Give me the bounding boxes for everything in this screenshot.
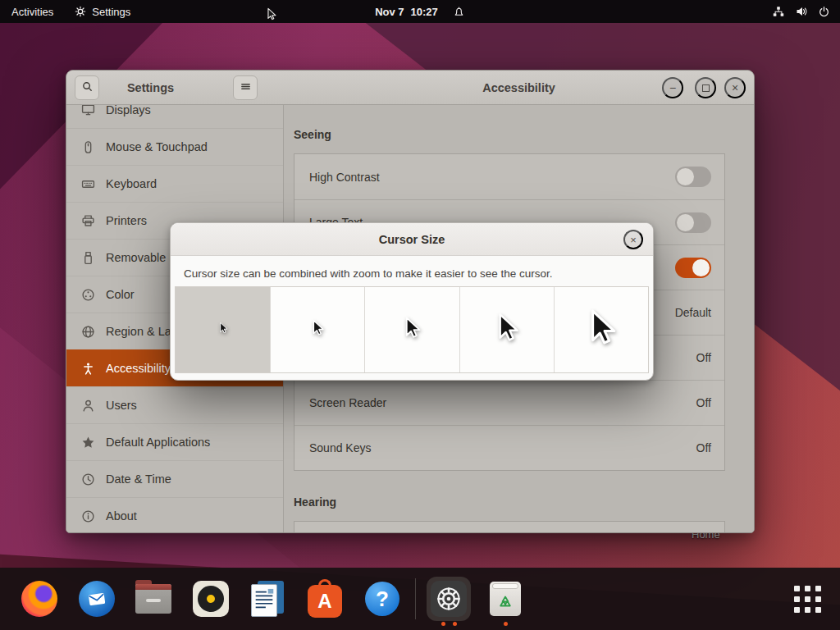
headerbar: Settings Accessibility − ×: [66, 71, 754, 105]
dialog-close-button[interactable]: ×: [623, 230, 643, 249]
dock-thunderbird-button[interactable]: [77, 579, 116, 619]
volume-icon: [795, 5, 808, 18]
cursor-size-1-option[interactable]: [176, 287, 270, 372]
row-value: Off: [696, 396, 711, 409]
cursor-arrow-icon: [581, 308, 622, 352]
toggle-switch[interactable]: [675, 167, 711, 187]
running-indicator-dot: [441, 622, 445, 626]
dock: A?: [0, 568, 840, 630]
cursor-size-3-option[interactable]: [364, 287, 459, 372]
app-grid-icon: [794, 586, 821, 613]
headerbar-left: Settings: [66, 71, 284, 105]
sidebar-item-label: Default Applications: [106, 436, 210, 449]
cursor-arrow-icon: [399, 316, 424, 344]
sidebar-item-label: Printers: [106, 214, 147, 227]
accessibility-icon: [80, 361, 95, 376]
dock-app-grid-button[interactable]: [788, 579, 827, 619]
sidebar-item-label: Mouse & Touchpad: [106, 140, 208, 153]
dock-firefox-button[interactable]: [20, 579, 59, 619]
toggle-knob: [692, 259, 710, 276]
cursor-arrow-icon: [491, 312, 523, 348]
rhythmbox-icon: [193, 581, 229, 617]
sidebar-item-label: Keyboard: [106, 177, 157, 190]
clock-icon: [80, 472, 95, 486]
cursor-size-dialog: Cursor Size × Cursor size can be combine…: [170, 222, 654, 381]
dock-trash-button[interactable]: [486, 579, 525, 619]
cursor-arrow-icon: [308, 319, 326, 340]
top-bar: Activities Settings Nov 7 10:27: [0, 0, 840, 23]
gear-icon: [75, 6, 86, 17]
cursor-arrow-icon: [217, 322, 230, 338]
sidebar-item-label: Date & Time: [106, 472, 171, 486]
files-icon: [135, 584, 171, 614]
info-icon: [80, 509, 95, 523]
minimize-button[interactable]: −: [662, 77, 683, 98]
hamburger-menu-button[interactable]: [233, 75, 258, 100]
sidebar-item-label: Displays: [106, 105, 151, 116]
settings-icon: [431, 581, 467, 617]
printer-icon: [80, 213, 95, 228]
star-icon: [80, 435, 95, 450]
ubuntu-software-icon: A: [308, 585, 342, 618]
settings-row-screen-reader[interactable]: Screen ReaderOff: [294, 380, 724, 425]
cursor-size-5-option[interactable]: [554, 287, 648, 372]
sidebar-item-label: Users: [106, 399, 137, 412]
dock-settings-button[interactable]: [429, 579, 468, 619]
color-icon: [80, 287, 95, 302]
settings-group-card: [294, 521, 725, 532]
app-title: Settings: [66, 71, 235, 105]
clock-button[interactable]: Nov 7 10:27: [375, 6, 465, 18]
settings-row-high-contrast[interactable]: High Contrast: [294, 154, 724, 199]
dock-separator: [415, 578, 416, 619]
app-menu-label: Settings: [92, 6, 130, 18]
sidebar-item-about[interactable]: About: [66, 497, 283, 532]
dock-files-button[interactable]: [134, 579, 173, 619]
dock-ubuntu-software-button[interactable]: A: [305, 579, 345, 619]
row-label: High Contrast: [309, 171, 380, 184]
close-button[interactable]: ×: [724, 77, 746, 98]
row-value: Default: [675, 306, 711, 319]
app-menu-button[interactable]: Settings: [75, 6, 130, 18]
sidebar-item-label: About: [106, 509, 137, 523]
activities-button[interactable]: Activities: [11, 6, 53, 18]
page-title: Accessibility: [284, 71, 754, 105]
toggle-switch[interactable]: [675, 212, 711, 233]
bell-icon: [453, 6, 465, 18]
toggle-knob: [677, 214, 694, 231]
dialog-title: Cursor Size: [379, 233, 445, 246]
dialog-header: Cursor Size ×: [171, 223, 653, 256]
time-label: 10:27: [411, 6, 438, 18]
running-indicator-dot: [453, 622, 457, 626]
network-icon: [772, 5, 785, 18]
sidebar-item-date-time[interactable]: Date & Time: [66, 460, 283, 497]
maximize-button[interactable]: [695, 77, 716, 98]
settings-row-sound-keys[interactable]: Sound KeysOff: [294, 425, 724, 470]
keyboard-icon: [80, 176, 95, 191]
dock-help-button[interactable]: ?: [363, 579, 402, 619]
row-label: Screen Reader: [309, 396, 386, 409]
sidebar-item-users[interactable]: Users: [66, 386, 283, 423]
section-title: Seeing: [294, 128, 725, 144]
removable-icon: [80, 250, 95, 265]
cursor-size-4-option[interactable]: [459, 287, 554, 372]
sidebar-item-displays[interactable]: Displays: [66, 105, 283, 128]
trash-icon: [490, 582, 521, 616]
sidebar-item-label: Color: [106, 288, 135, 301]
sidebar-item-mouse-touchpad[interactable]: Mouse & Touchpad: [66, 128, 283, 165]
date-label: Nov 7: [375, 6, 404, 18]
toggle-knob: [677, 168, 694, 185]
sidebar-item-default-applications[interactable]: Default Applications: [66, 423, 283, 460]
sidebar-item-label: Accessibility: [106, 362, 171, 375]
cursor-size-2-option[interactable]: [270, 287, 364, 372]
dialog-description: Cursor size can be combined with zoom to…: [184, 267, 640, 280]
system-status-menu[interactable]: [772, 5, 840, 18]
section-title: Hearing: [294, 495, 725, 512]
toggle-switch[interactable]: [675, 258, 711, 278]
users-icon: [80, 398, 95, 413]
dock-libreoffice-writer-button[interactable]: [248, 579, 287, 619]
dock-rhythmbox-button[interactable]: [191, 579, 231, 619]
help-icon: ?: [365, 582, 399, 616]
sidebar-item-keyboard[interactable]: Keyboard: [66, 165, 283, 202]
libreoffice-writer-icon: [251, 581, 284, 617]
mouse-icon: [80, 139, 95, 154]
